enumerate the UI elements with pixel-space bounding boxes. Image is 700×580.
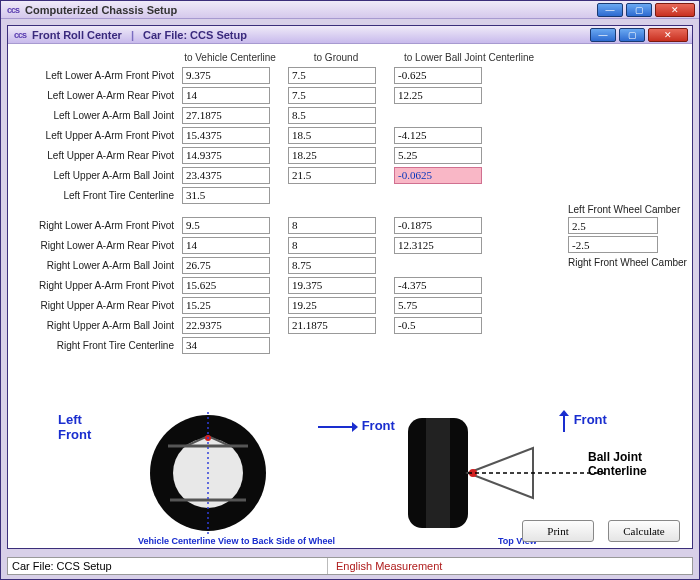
close-button[interactable]: ✕ (655, 3, 695, 17)
left-camber-input-1[interactable] (568, 217, 658, 234)
row-label: Right Upper A-Arm Front Pivot (12, 280, 182, 291)
measurement-input[interactable] (288, 277, 376, 294)
measurement-input[interactable] (182, 127, 270, 144)
col-header-balljoint: to Lower Ball Joint Centerline (394, 52, 544, 63)
measurement-input[interactable] (288, 297, 376, 314)
row-label: Left Upper A-Arm Front Pivot (12, 130, 182, 141)
measurement-input[interactable] (182, 217, 270, 234)
measurement-input[interactable] (182, 297, 270, 314)
inner-close-button[interactable]: ✕ (648, 28, 688, 42)
measurement-input[interactable] (288, 237, 376, 254)
inner-title: Front Roll Center | Car File: CCS Setup (32, 29, 590, 41)
measurement-input[interactable] (288, 127, 376, 144)
row-label: Right Lower A-Arm Rear Pivot (12, 240, 182, 251)
print-button[interactable]: Print (522, 520, 594, 542)
row-label: Left Upper A-Arm Ball Joint (12, 170, 182, 181)
col-header-ground: to Ground (288, 52, 384, 63)
inner-title-left: Front Roll Center (32, 29, 122, 41)
row-label: Left Front Tire Centerline (12, 190, 182, 201)
row-label: Right Lower A-Arm Ball Joint (12, 260, 182, 271)
measurement-input[interactable] (182, 107, 270, 124)
calculate-button[interactable]: Calculate (608, 520, 680, 542)
table-row: Left Lower A-Arm Front Pivot (12, 65, 682, 85)
action-buttons: Print Calculate (522, 520, 680, 542)
measurement-input[interactable] (182, 337, 270, 354)
row-label: Right Front Tire Centerline (12, 340, 182, 351)
measurement-input[interactable] (288, 167, 376, 184)
table-row: Right Upper A-Arm Ball Joint (12, 315, 682, 335)
table-row: Left Lower A-Arm Ball Joint (12, 105, 682, 125)
inner-title-right: Car File: CCS Setup (143, 29, 247, 41)
measurement-input[interactable] (288, 317, 376, 334)
measurement-input[interactable] (394, 127, 482, 144)
measurement-input[interactable] (394, 237, 482, 254)
row-label: Left Lower A-Arm Ball Joint (12, 110, 182, 121)
row-label: Right Upper A-Arm Ball Joint (12, 320, 182, 331)
measurement-input[interactable] (288, 147, 376, 164)
side-view-caption: Vehicle Centerline View to Back Side of … (138, 536, 335, 546)
measurement-input[interactable] (182, 237, 270, 254)
camber-block: Left Front Wheel Camber Right Front Whee… (568, 204, 692, 268)
row-label: Left Lower A-Arm Rear Pivot (12, 90, 182, 101)
measurement-input[interactable] (394, 87, 482, 104)
left-camber-input-2[interactable] (568, 236, 658, 253)
measurement-input[interactable] (394, 67, 482, 84)
status-file: Car File: CCS Setup (8, 558, 328, 574)
left-front-label: Left Front (58, 412, 91, 442)
measurement-input[interactable] (288, 217, 376, 234)
measurement-input[interactable] (288, 67, 376, 84)
inner-titlebar[interactable]: ccs Front Roll Center | Car File: CCS Se… (8, 26, 692, 44)
maximize-button[interactable]: ▢ (626, 3, 652, 17)
left-camber-label: Left Front Wheel Camber (568, 204, 692, 215)
wheel-side-view-icon (108, 408, 358, 538)
measurement-input[interactable] (394, 317, 482, 334)
measurement-input[interactable] (182, 317, 270, 334)
measurement-input[interactable] (182, 87, 270, 104)
table-row: Right Front Tire Centerline (12, 335, 682, 355)
minimize-button[interactable]: — (597, 3, 623, 17)
table-row: Left Upper A-Arm Ball Joint (12, 165, 682, 185)
measurement-input[interactable] (394, 167, 482, 184)
table-row: Left Lower A-Arm Rear Pivot (12, 85, 682, 105)
measurement-input[interactable] (182, 277, 270, 294)
measurement-input[interactable] (182, 167, 270, 184)
outer-title: Computerized Chassis Setup (25, 4, 597, 16)
row-label: Left Upper A-Arm Rear Pivot (12, 150, 182, 161)
measurement-input[interactable] (394, 147, 482, 164)
inner-window: ccs Front Roll Center | Car File: CCS Se… (7, 25, 693, 549)
outer-titlebar[interactable]: ccs Computerized Chassis Setup — ▢ ✕ (1, 1, 699, 19)
row-label: Right Upper A-Arm Rear Pivot (12, 300, 182, 311)
column-headers: to Vehicle Centerline to Ground to Lower… (12, 52, 682, 63)
measurement-input[interactable] (182, 147, 270, 164)
table-row: Left Front Tire Centerline (12, 185, 682, 205)
measurement-input[interactable] (182, 257, 270, 274)
table-row: Left Upper A-Arm Front Pivot (12, 125, 682, 145)
app-icon: ccs (7, 5, 21, 15)
measurement-input[interactable] (394, 297, 482, 314)
svg-rect-11 (426, 418, 450, 528)
row-label: Right Lower A-Arm Front Pivot (12, 220, 182, 231)
measurement-input[interactable] (288, 107, 376, 124)
measurement-input[interactable] (394, 217, 482, 234)
title-separator: | (131, 29, 134, 41)
measurement-input[interactable] (288, 257, 376, 274)
right-camber-label: Right Front Wheel Camber (568, 257, 692, 268)
inner-minimize-button[interactable]: — (590, 28, 616, 42)
status-bar: Car File: CCS Setup English Measurement (7, 557, 693, 575)
outer-window: ccs Computerized Chassis Setup — ▢ ✕ ccs… (0, 0, 700, 580)
inner-maximize-button[interactable]: ▢ (619, 28, 645, 42)
status-units: English Measurement (328, 560, 442, 572)
content-area: to Vehicle Centerline to Ground to Lower… (8, 44, 692, 548)
measurement-input[interactable] (288, 87, 376, 104)
table-row: Left Upper A-Arm Rear Pivot (12, 145, 682, 165)
measurement-input[interactable] (182, 187, 270, 204)
col-header-vehicle-centerline: to Vehicle Centerline (182, 52, 278, 63)
measurement-input[interactable] (182, 67, 270, 84)
measurement-input[interactable] (394, 277, 482, 294)
wheel-top-view-icon (398, 408, 618, 538)
table-row: Right Upper A-Arm Front Pivot (12, 275, 682, 295)
row-label: Left Lower A-Arm Front Pivot (12, 70, 182, 81)
doc-icon: ccs (14, 30, 28, 40)
table-row: Right Upper A-Arm Rear Pivot (12, 295, 682, 315)
